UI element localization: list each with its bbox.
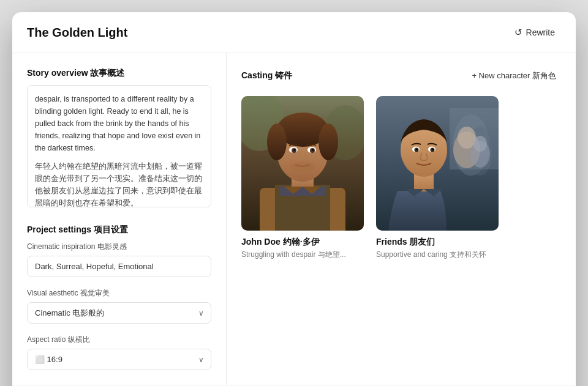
svg-point-33 — [473, 136, 487, 152]
character-card-john[interactable]: John Doe 约翰·多伊 Struggling with despair 与… — [241, 96, 364, 260]
story-text-chinese: 年轻人约翰在绝望的黑暗河流中划船，被一道耀眼的金光带到了另一个现实。准备结束这一… — [35, 160, 203, 207]
rewrite-label: Rewrite — [526, 28, 555, 37]
character-grid: John Doe 约翰·多伊 Struggling with despair 与… — [241, 96, 561, 260]
story-overview-section: Story overview 故事概述 despair, is transpor… — [27, 68, 211, 207]
cinematic-input[interactable] — [27, 256, 211, 277]
svg-point-28 — [416, 149, 418, 150]
svg-point-29 — [432, 149, 434, 150]
casting-header: Casting 铸件 + New character 新角色 — [241, 68, 561, 84]
new-character-button[interactable]: + New character 新角色 — [467, 68, 561, 84]
cinematic-label: Cinematic inspiration 电影灵感 — [27, 242, 211, 252]
aspect-select[interactable]: ⬜ 16:9 — [27, 349, 211, 370]
casting-title: Casting 铸件 — [241, 70, 292, 81]
right-panel: Casting 铸件 + New character 新角色 — [227, 53, 576, 385]
rewrite-button[interactable]: ↺ Rewrite — [508, 23, 561, 42]
john-image — [241, 96, 364, 231]
new-character-label: + New character 新角色 — [472, 70, 556, 81]
svg-point-15 — [294, 149, 296, 151]
visual-label: Visual aesthetic 视觉审美 — [27, 288, 211, 299]
modal-body: Story overview 故事概述 despair, is transpor… — [12, 53, 576, 385]
visual-select[interactable]: Cinematic 电影般的 — [27, 302, 211, 324]
svg-point-9 — [267, 124, 287, 160]
svg-point-16 — [312, 149, 314, 151]
story-overview-box[interactable]: despair, is transported to a different r… — [27, 85, 211, 207]
modal-container: The Golden Light ↺ Rewrite Story overvie… — [12, 12, 576, 386]
svg-point-17 — [290, 161, 315, 171]
modal-header: The Golden Light ↺ Rewrite — [12, 12, 576, 53]
aspect-ratio-field-group: Aspect ratio 纵横比 ⬜ 16:9 ∨ — [27, 335, 211, 370]
john-name: John Doe 约翰·多伊 — [241, 237, 364, 248]
modal-title: The Golden Light — [27, 26, 127, 40]
cinematic-field-group: Cinematic inspiration 电影灵感 — [27, 242, 211, 277]
character-card-friends[interactable]: Friends 朋友们 Supportive and caring 支持和关怀 — [376, 96, 499, 260]
svg-point-10 — [318, 124, 338, 160]
john-portrait-svg — [241, 96, 364, 231]
friends-portrait-svg — [376, 96, 499, 231]
left-panel: Story overview 故事概述 despair, is transpor… — [12, 53, 227, 385]
aspect-select-wrapper: ⬜ 16:9 ∨ — [27, 349, 211, 370]
john-desc: Struggling with despair 与绝望... — [241, 250, 364, 260]
friends-desc: Supportive and caring 支持和关怀 — [376, 250, 499, 260]
story-overview-title: Story overview 故事概述 — [27, 68, 211, 79]
visual-aesthetic-field-group: Visual aesthetic 视觉审美 Cinematic 电影般的 ∨ — [27, 288, 211, 324]
friends-name: Friends 朋友们 — [376, 237, 499, 248]
project-settings-title: Project settings 项目设置 — [27, 225, 211, 236]
story-text-english: despair, is transported to a different r… — [35, 93, 203, 154]
aspect-label: Aspect ratio 纵横比 — [27, 335, 211, 345]
friends-image — [376, 96, 499, 231]
rewrite-icon: ↺ — [514, 27, 522, 38]
project-settings-section: Project settings 项目设置 Cinematic inspirat… — [27, 225, 211, 370]
visual-select-wrapper: Cinematic 电影般的 ∨ — [27, 302, 211, 324]
